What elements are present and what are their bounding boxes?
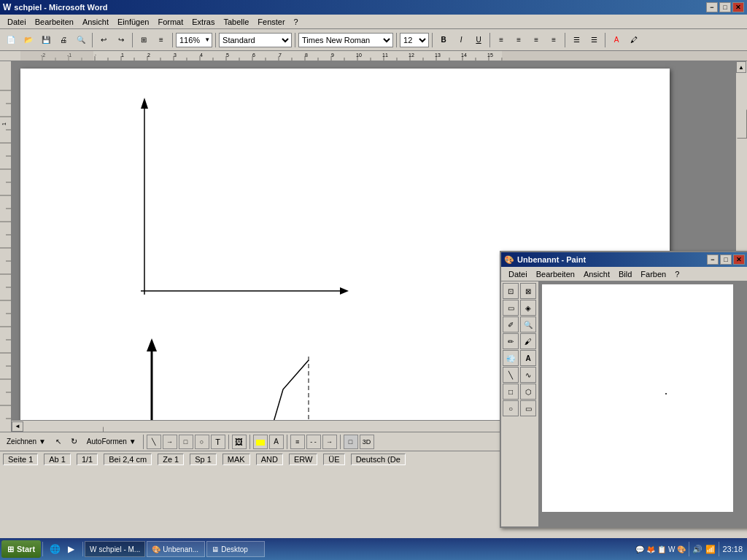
cols-button[interactable]: ≡ xyxy=(153,32,169,48)
menu-help[interactable]: ? xyxy=(290,16,303,28)
scroll-thumb[interactable] xyxy=(737,109,747,139)
3d-btn[interactable]: 3D xyxy=(360,435,374,449)
justify-button[interactable]: ≡ xyxy=(546,32,562,48)
paint-menu-datei[interactable]: Datei xyxy=(504,268,532,280)
paint-close-button[interactable]: ✕ xyxy=(733,254,745,265)
title-bar-left: W schpiel - Microsoft Word xyxy=(3,2,107,12)
zeichnen-menu[interactable]: Zeichnen ▼ xyxy=(3,435,50,449)
print-button[interactable]: 🖨 xyxy=(55,32,71,48)
menu-tabelle[interactable]: Tabelle xyxy=(219,16,253,28)
taskbar-item-1[interactable]: 🎨 Unbenan... xyxy=(147,541,205,557)
size-select[interactable]: 12 xyxy=(400,33,429,47)
font-color-btn[interactable]: A xyxy=(269,435,284,449)
arrow-line-tool[interactable]: → xyxy=(163,435,177,449)
svg-marker-90 xyxy=(147,338,157,351)
redo-button[interactable]: ↪ xyxy=(113,32,129,48)
rotate-tool[interactable]: ↻ xyxy=(67,435,82,449)
menu-bearbeiten[interactable]: Bearbeiten xyxy=(31,16,78,28)
paint-rect-tool[interactable]: □ xyxy=(503,384,519,400)
paint-airbrush-tool[interactable]: 💨 xyxy=(503,350,519,366)
firefox-icon[interactable]: 🦊 xyxy=(646,545,655,553)
paint-zoom-tool[interactable]: 🔍 xyxy=(520,316,536,332)
shadow-btn[interactable]: □ xyxy=(344,435,358,449)
paint-menu-help[interactable]: ? xyxy=(670,268,684,280)
paint-canvas[interactable] xyxy=(542,284,733,512)
close-button[interactable]: ✕ xyxy=(732,2,744,12)
insert-picture[interactable]: 🖼 xyxy=(232,435,247,449)
preview-button[interactable]: 🔍 xyxy=(73,32,89,48)
paint-menu-farben[interactable]: Farben xyxy=(636,268,670,280)
open-button[interactable]: 📂 xyxy=(20,32,36,48)
bold-button[interactable]: B xyxy=(436,32,452,48)
paint-line-tool[interactable]: ╲ xyxy=(503,367,519,383)
google-talk-icon[interactable]: 💬 xyxy=(635,545,644,553)
zoom-dropdown-arrow[interactable]: ▼ xyxy=(203,36,212,43)
paint-menu-ansicht[interactable]: Ansicht xyxy=(579,268,614,280)
paint-fill-tool[interactable]: ◈ xyxy=(520,300,536,316)
scroll-left-button[interactable]: ◄ xyxy=(12,421,23,432)
menu-datei[interactable]: Datei xyxy=(3,16,31,28)
maximize-button[interactable]: □ xyxy=(719,2,731,12)
line-tool[interactable]: ╲ xyxy=(147,435,161,449)
taskbar-item-0[interactable]: W schpiel - M... xyxy=(85,541,145,557)
save-button[interactable]: 💾 xyxy=(38,32,54,48)
paint-canvas-area[interactable] xyxy=(539,281,747,526)
misc-icon[interactable]: 📋 xyxy=(657,545,666,553)
arrow-style-btn[interactable]: → xyxy=(322,435,337,449)
bullets-button[interactable]: ☰ xyxy=(568,32,584,48)
table-button[interactable]: ⊞ xyxy=(136,32,152,48)
menu-fenster[interactable]: Fenster xyxy=(253,16,289,28)
separator-7 xyxy=(432,33,433,47)
menu-extras[interactable]: Extras xyxy=(187,16,219,28)
dash-style-btn[interactable]: - - xyxy=(306,435,321,449)
paint-picker-tool[interactable]: ✐ xyxy=(503,316,519,332)
font-select[interactable]: Times New Roman xyxy=(298,33,393,47)
align-left-button[interactable]: ≡ xyxy=(493,32,509,48)
new-button[interactable]: 📄 xyxy=(3,32,19,48)
autoformen-menu[interactable]: AutoFormen ▼ xyxy=(83,435,140,449)
menu-ansicht[interactable]: Ansicht xyxy=(78,16,113,28)
zoom-control[interactable]: 116% ▼ xyxy=(176,33,212,47)
paint-oval-tool[interactable]: ○ xyxy=(503,400,519,416)
numbering-button[interactable]: ☰ xyxy=(586,32,602,48)
start-button[interactable]: ⊞ Start xyxy=(1,540,41,558)
paint-text-tool[interactable]: A xyxy=(520,350,536,366)
oval-tool[interactable]: ○ xyxy=(195,435,209,449)
paint-freeselect-tool[interactable]: ⊠ xyxy=(520,283,536,299)
quicklaunch-media[interactable]: ▶ xyxy=(63,542,78,556)
paint-menu-bild[interactable]: Bild xyxy=(614,268,636,280)
highlight-button[interactable]: 🖍 xyxy=(626,32,642,48)
textbox-tool[interactable]: T xyxy=(211,435,225,449)
undo-button[interactable]: ↩ xyxy=(96,32,112,48)
paint-select-tool[interactable]: ⊡ xyxy=(503,283,519,299)
menu-einfuegen[interactable]: Einfügen xyxy=(113,16,153,28)
fill-color-btn[interactable] xyxy=(253,435,268,449)
align-right-button[interactable]: ≡ xyxy=(528,32,544,48)
paint-menu-bearbeiten[interactable]: Bearbeiten xyxy=(532,268,579,280)
paint-curve-tool[interactable]: ∿ xyxy=(520,367,536,383)
h-scroll-thumb[interactable] xyxy=(45,427,104,432)
quicklaunch-ie[interactable]: 🌐 xyxy=(47,542,62,556)
menu-format[interactable]: Format xyxy=(153,16,187,28)
paint-eraser-tool[interactable]: ▭ xyxy=(503,300,519,316)
align-center-button[interactable]: ≡ xyxy=(511,32,527,48)
minimize-button[interactable]: − xyxy=(706,2,718,12)
paint-minimize-button[interactable]: − xyxy=(707,254,719,265)
paint-polygon-tool[interactable]: ⬡ xyxy=(520,384,536,400)
paint-maximize-button[interactable]: □ xyxy=(720,254,732,265)
paint-tray-icon[interactable]: 🎨 xyxy=(677,545,686,553)
paint-pencil-tool[interactable]: ✏ xyxy=(503,333,519,349)
underline-button[interactable]: U xyxy=(471,32,487,48)
tray-sep xyxy=(689,542,689,556)
scroll-up-button[interactable]: ▲ xyxy=(736,61,746,73)
paint-brush-tool[interactable]: 🖌 xyxy=(520,333,536,349)
color-button[interactable]: A xyxy=(608,32,624,48)
style-select[interactable]: Standard xyxy=(219,33,292,47)
taskbar-item-2[interactable]: 🖥 Desktop xyxy=(206,541,265,557)
rect-tool[interactable]: □ xyxy=(179,435,193,449)
line-style-btn[interactable]: ≡ xyxy=(290,435,305,449)
schpiel-tray-icon[interactable]: W xyxy=(668,545,675,553)
italic-button[interactable]: I xyxy=(453,32,469,48)
paint-roundrect-tool[interactable]: ▭ xyxy=(520,400,536,416)
arrow-tool[interactable]: ↖ xyxy=(51,435,66,449)
